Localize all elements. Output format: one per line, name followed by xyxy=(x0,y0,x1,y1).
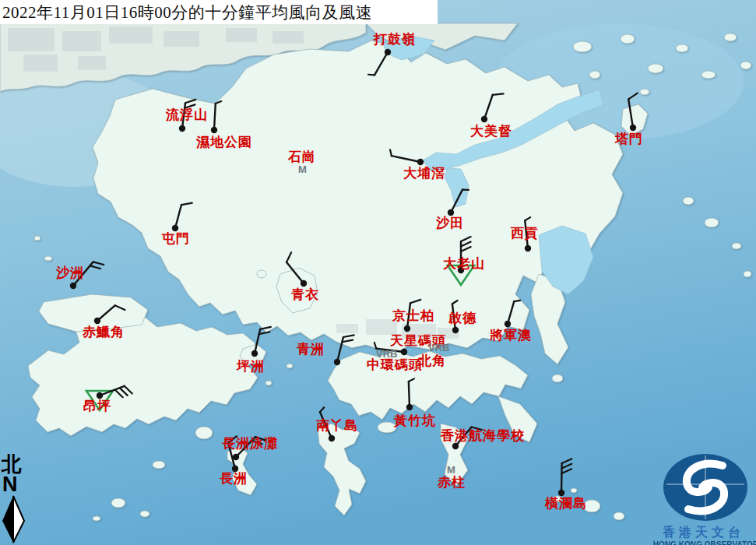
windbarb-tuen-mun xyxy=(172,203,192,232)
windbarb-kings-park xyxy=(404,300,421,332)
windbarb-kai-tak xyxy=(452,301,459,333)
windbarb-tap-mun xyxy=(628,93,638,132)
title-bar: 2022年11月01日16時00分的十分鐘平均風向及風速 xyxy=(0,0,438,24)
windbarb-star-ferry xyxy=(374,343,407,355)
windbarb-lamma-island xyxy=(320,407,335,441)
windbarb-tai-mei-tuk xyxy=(481,93,504,122)
windbarb-peng-chau xyxy=(251,327,271,357)
windbarb-chek-lap-kok xyxy=(94,305,125,324)
map-title: 2022年11月01日16時00分的十分鐘平均風向及風速 xyxy=(0,2,372,23)
windbarb-sha-chau xyxy=(70,262,104,289)
windbarb-tates-cairn xyxy=(448,237,474,285)
windbarb-tai-po-kau xyxy=(390,149,424,165)
windbarb-ta-kwu-ling xyxy=(368,49,391,76)
hko-logo-icon xyxy=(651,453,756,522)
windbarb-lau-fau-shan xyxy=(179,100,196,132)
windbarb-waglan-island xyxy=(558,459,572,496)
windbarb-sha-tin xyxy=(448,190,469,216)
wind-map: 打鼓嶺流浮山濕地公園石崗M大美督塔門大埔滘沙田屯門西貢沙洲大老山青衣赤鱲角京士柏… xyxy=(0,0,756,545)
hko-logo-en-label: HONG KONG OBSERVATORY xyxy=(653,540,754,545)
windbarb-hk-sea-school xyxy=(452,427,482,449)
windbarb-wetland-park xyxy=(211,101,221,133)
windbarb-sai-kung xyxy=(525,217,531,251)
north-letter-label: N xyxy=(2,475,28,495)
windbarb-tsing-yi xyxy=(287,252,307,287)
windbarb-ngong-ping xyxy=(86,386,132,410)
wind-barb-layer xyxy=(0,0,756,545)
windbarb-green-island xyxy=(334,335,354,365)
north-arrow: 北 N xyxy=(2,455,28,545)
north-arrow-icon xyxy=(2,495,28,543)
windbarb-cheung-chau-beach xyxy=(233,437,265,460)
windbarb-wong-chuk-hang xyxy=(406,378,414,410)
windbarb-tseung-kwan-o xyxy=(505,301,520,327)
hko-logo-zh-label: 香港天文台 xyxy=(651,525,756,540)
hko-logo: 香港天文台 HONG KONG OBSERVATORY xyxy=(651,453,756,545)
